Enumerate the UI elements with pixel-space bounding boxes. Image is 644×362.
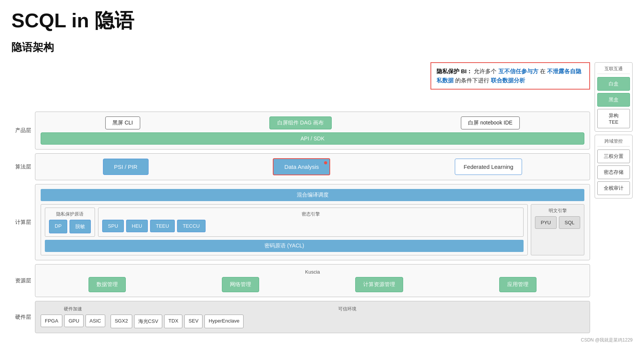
dag-button: 白屏组件 DAG 画布: [269, 116, 332, 129]
product-layer-box: 黑屏 CLI 白屏组件 DAG 画布 白屏 notebook IDE API /…: [35, 112, 590, 150]
red-dot-indicator: [324, 161, 327, 164]
right-sidebar: 互联互通 白盒 黑盒 异构 TEE 跨域管控 三权分置 密态存储 全栈审计: [595, 62, 633, 198]
sidebar-section-interop-label: 互联互通: [597, 66, 630, 74]
sev-button: SEV: [184, 315, 203, 328]
callout-text1: 允许多个: [474, 68, 497, 74]
tdx-button: TDX: [164, 315, 182, 328]
privacy-section: 隐私保护原语 DP 脱敏: [45, 208, 95, 237]
data-analysis-button: Data Analysis: [273, 158, 330, 175]
resource-layer-label: 资源层: [11, 277, 31, 284]
main-title: SCQL in 隐语: [11, 8, 633, 34]
app-mgmt-button: 应用管理: [499, 277, 536, 292]
teccu-button: TECCU: [177, 220, 206, 232]
callout-accent3: 联合数据分析: [491, 77, 525, 83]
plaintext-section: 明文引擎 PYU SQL: [531, 204, 584, 255]
haiguang-button: 海光CSV: [134, 315, 163, 328]
crypto-section-label: 密态引擎: [102, 211, 519, 217]
cli-button: 黑屏 CLI: [105, 116, 140, 129]
hw-trusted-section: 可信环境 SGX2 海光CSV TDX SEV HyperEnclave: [111, 306, 584, 328]
hardware-layer-label: 硬件层: [11, 314, 31, 321]
three-powers-button: 三权分置: [597, 150, 630, 163]
main-diagram: 隐私保护 BI： 允许多个 互不信任参与方 在 不泄露各自隐私数据 的条件下进行…: [11, 62, 590, 333]
privacy-btns: DP 脱敏: [49, 220, 91, 233]
algo-layer-label: 算法层: [11, 164, 31, 170]
compute-layer-box: 混合编译调度 隐私保护原语 DP 脱敏: [35, 184, 590, 260]
callout-text2: 在: [540, 68, 546, 74]
hw-trusted-btns: SGX2 海光CSV TDX SEV HyperEnclave: [111, 315, 584, 328]
dp-button: DP: [49, 220, 67, 233]
compute-layer-label: 计算层: [11, 219, 31, 226]
compute-body: 隐私保护原语 DP 脱敏 密态引擎: [41, 204, 584, 255]
crypto-storage-button: 密态存储: [597, 165, 630, 179]
callout-text3: 的条件下进行: [455, 77, 489, 83]
full-audit-button: 全栈审计: [597, 181, 630, 195]
hetero-tee-button: 异构 TEE: [597, 109, 630, 128]
data-mgmt-button: 数据管理: [89, 277, 126, 292]
callout-accent1: 互不信任参与方: [498, 68, 538, 74]
compute-inner: 隐私保护原语 DP 脱敏 密态引擎: [45, 208, 524, 237]
teeu-button: TEEU: [150, 220, 175, 232]
content-area: 隐私保护 BI： 允许多个 互不信任参与方 在 不泄露各自隐私数据 的条件下进行…: [11, 62, 633, 333]
resource-layer-row: 资源层 Kuscia 数据管理 网络管理 计算资源管理 应用管理: [11, 264, 590, 297]
hardware-layer-box: 硬件加速 FPGA GPU ASIC 可信环境 SGX2: [35, 301, 590, 333]
resource-layer-box: Kuscia 数据管理 网络管理 计算资源管理 应用管理: [35, 264, 590, 297]
hardware-sections: 硬件加速 FPGA GPU ASIC 可信环境 SGX2: [41, 306, 584, 328]
sgx2-button: SGX2: [111, 315, 132, 328]
plaintext-btns: PYU SQL: [535, 216, 580, 229]
compute-header-bar: 混合编译调度: [41, 189, 584, 201]
hardware-layer-row: 硬件层 硬件加速 FPGA GPU ASIC: [11, 301, 590, 333]
api-sdk-button: API / SDK: [41, 132, 584, 145]
hw-accel-section: 硬件加速 FPGA GPU ASIC: [41, 306, 105, 328]
compute-main-section: 隐私保护原语 DP 脱敏 密态引擎: [41, 204, 528, 255]
sql-button: SQL: [559, 216, 580, 229]
crypto-section: 密态引擎 SPU HEU TEEU TECCU: [98, 208, 524, 237]
heu-button: HEU: [126, 220, 148, 232]
hw-accel-btns: FPGA GPU ASIC: [41, 315, 105, 327]
sidebar-section-interop: 互联互通 白盒 黑盒 异构 TEE: [595, 62, 633, 132]
compute-layer-row: 计算层 混合编译调度 隐私保护原语 DP: [11, 184, 590, 260]
crypto-btns: SPU HEU TEEU TECCU: [102, 220, 519, 232]
callout-prefix: 隐私保护 BI：: [437, 68, 472, 74]
notebook-button: 白屏 notebook IDE: [461, 116, 520, 129]
resource-btns: 数据管理 网络管理 计算资源管理 应用管理: [41, 277, 584, 292]
footer-credit: CSDN @我就是菜鸡1229: [11, 337, 633, 343]
asic-button: ASIC: [85, 315, 105, 327]
hw-trusted-label: 可信环境: [111, 306, 584, 312]
algo-layer-box: PSI / PIR Data Analysis Federated Learni…: [35, 153, 590, 180]
spu-button: SPU: [102, 220, 124, 232]
psi-pir-button: PSI / PIR: [103, 159, 149, 175]
network-mgmt-button: 网络管理: [222, 277, 259, 292]
sub-title: 隐语架构: [11, 40, 633, 55]
product-top-row: 黑屏 CLI 白屏组件 DAG 画布 白屏 notebook IDE: [41, 116, 584, 129]
federated-learning-button: Federated Learning: [455, 159, 522, 175]
fpga-button: FPGA: [41, 315, 62, 327]
kuscia-title: Kuscia: [41, 269, 584, 275]
product-layer-row: 产品层 黑屏 CLI 白屏组件 DAG 画布 白屏 notebook IDE A…: [11, 112, 590, 150]
plaintext-label: 明文引擎: [535, 208, 580, 214]
hw-accel-label: 硬件加速: [41, 306, 105, 312]
layers-wrapper: 产品层 黑屏 CLI 白屏组件 DAG 画布 白屏 notebook IDE A…: [11, 112, 590, 333]
gpu-button: GPU: [64, 315, 83, 327]
yacl-bar: 密码原语 (YACL): [45, 240, 524, 252]
sidebar-section-crossdomain-label: 跨域管控: [597, 138, 630, 146]
algo-layer-row: 算法层 PSI / PIR Data Analysis Federated Le…: [11, 153, 590, 180]
whitebox-button: 白盒: [597, 77, 630, 91]
blackbox-button: 黑盒: [597, 93, 630, 107]
product-layer-label: 产品层: [11, 127, 31, 134]
compute-mgmt-button: 计算资源管理: [355, 277, 403, 292]
desensitize-button: 脱敏: [70, 220, 91, 233]
callout-box: 隐私保护 BI： 允许多个 互不信任参与方 在 不泄露各自隐私数据 的条件下进行…: [430, 62, 590, 90]
sidebar-section-crossdomain: 跨域管控 三权分置 密态存储 全栈审计: [595, 135, 633, 198]
privacy-section-label: 隐私保护原语: [49, 211, 91, 217]
pyu-button: PYU: [535, 216, 557, 229]
compute-bottom-wrapper: 密码原语 (YACL): [45, 240, 524, 252]
hyperenclave-button: HyperEnclave: [204, 315, 244, 328]
